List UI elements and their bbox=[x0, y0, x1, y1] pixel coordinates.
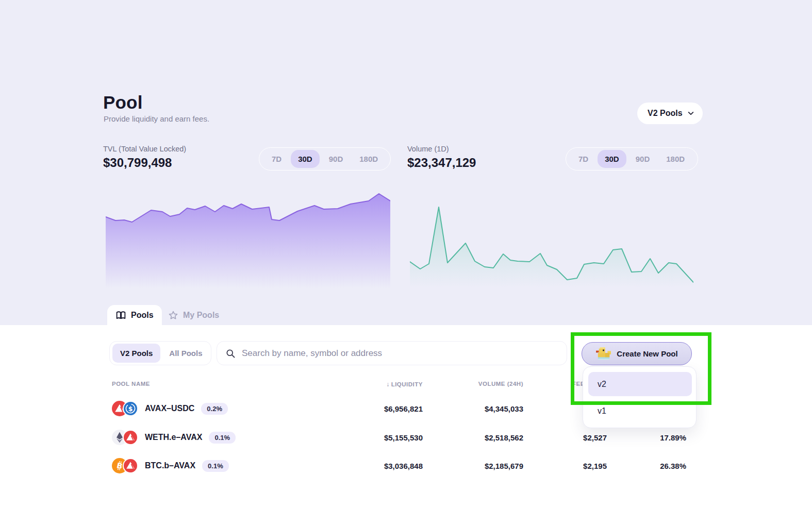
star-icon bbox=[168, 310, 178, 320]
range-180d[interactable]: 180D bbox=[659, 150, 692, 168]
token-pair bbox=[112, 430, 138, 445]
version-selector-button[interactable]: V2 Pools bbox=[637, 103, 703, 124]
avax-token-icon bbox=[123, 458, 138, 473]
liquidity-value: $5,155,530 bbox=[384, 423, 423, 451]
search-input[interactable] bbox=[242, 348, 558, 359]
token-pair: $ bbox=[112, 401, 138, 416]
search-icon bbox=[225, 348, 236, 359]
page-subtitle: Provide liquidity and earn fees. bbox=[104, 114, 209, 123]
tvl-range-selector: 7D 30D 90D 180D bbox=[259, 147, 391, 171]
range-90d[interactable]: 90D bbox=[322, 150, 351, 168]
version-selector-label: V2 Pools bbox=[648, 109, 683, 118]
volume-area-chart bbox=[410, 201, 693, 287]
apr-value: 26.38% bbox=[660, 452, 686, 480]
create-pool-version-menu: v2 v1 bbox=[583, 366, 697, 428]
pool-name: AVAX–USDC bbox=[145, 404, 194, 413]
fees-value: $2,195 bbox=[583, 452, 607, 480]
pool-name: BTC.b–AVAX bbox=[145, 461, 195, 470]
range-180d[interactable]: 180D bbox=[352, 150, 385, 168]
toggle-v2-pools[interactable]: V2 Pools bbox=[112, 344, 160, 363]
range-30d[interactable]: 30D bbox=[291, 150, 320, 168]
avax-token-icon bbox=[123, 430, 138, 445]
tab-pools[interactable]: Pools bbox=[107, 305, 162, 326]
tab-my-pools-label: My Pools bbox=[183, 311, 219, 320]
range-90d[interactable]: 90D bbox=[628, 150, 657, 168]
tvl-area-chart bbox=[106, 190, 390, 289]
table-row[interactable]: B BTC.b–AVAX 0.1% $3,036,848 $2,185,679 … bbox=[0, 452, 812, 480]
svg-text:$: $ bbox=[128, 405, 133, 413]
create-new-pool-label: Create New Pool bbox=[617, 349, 677, 358]
volume-label: Volume (1D) bbox=[407, 145, 476, 153]
tab-my-pools[interactable]: My Pools bbox=[160, 305, 227, 326]
chevron-down-icon bbox=[687, 110, 694, 117]
header-liquidity[interactable]: ↓LIQUIDITY bbox=[386, 381, 423, 388]
tab-pools-label: Pools bbox=[131, 311, 154, 320]
fee-tier-badge: 0.2% bbox=[201, 403, 228, 415]
tvl-label: TVL (Total Value Locked) bbox=[103, 145, 186, 153]
duck-icon bbox=[595, 347, 612, 361]
token-pair: B bbox=[112, 458, 138, 473]
volume-range-selector: 7D 30D 90D 180D bbox=[566, 147, 698, 171]
sort-descending-icon: ↓ bbox=[386, 381, 390, 388]
volume-stat: Volume (1D) $23,347,129 bbox=[407, 145, 476, 170]
range-7d[interactable]: 7D bbox=[264, 150, 289, 168]
volume-value: $4,345,033 bbox=[485, 395, 523, 422]
pool-search bbox=[217, 341, 567, 365]
header-volume[interactable]: VOLUME (24H) bbox=[478, 381, 523, 387]
fee-tier-badge: 0.1% bbox=[202, 460, 229, 472]
volume-value: $2,518,562 bbox=[485, 423, 523, 451]
liquidity-value: $3,036,848 bbox=[384, 452, 423, 480]
fee-tier-badge: 0.1% bbox=[209, 432, 236, 444]
menu-item-v2[interactable]: v2 bbox=[588, 372, 692, 396]
book-icon bbox=[115, 310, 126, 321]
usdc-token-icon: $ bbox=[123, 401, 138, 416]
volume-value: $2,185,679 bbox=[485, 452, 523, 480]
liquidity-value: $6,956,821 bbox=[384, 395, 423, 422]
tvl-stat: TVL (Total Value Locked) $30,799,498 bbox=[103, 145, 186, 170]
volume-value: $23,347,129 bbox=[407, 156, 476, 170]
toggle-all-pools[interactable]: All Pools bbox=[161, 344, 210, 363]
pool-type-toggle: V2 Pools All Pools bbox=[109, 341, 211, 365]
page-title: Pool bbox=[103, 92, 143, 113]
tvl-value: $30,799,498 bbox=[103, 156, 186, 170]
pool-name: WETH.e–AVAX bbox=[145, 433, 202, 442]
create-new-pool-button[interactable]: Create New Pool bbox=[582, 342, 692, 365]
range-30d[interactable]: 30D bbox=[598, 150, 626, 168]
header-pool-name: POOL NAME bbox=[112, 381, 150, 387]
menu-item-v1[interactable]: v1 bbox=[588, 399, 692, 423]
range-7d[interactable]: 7D bbox=[571, 150, 595, 168]
